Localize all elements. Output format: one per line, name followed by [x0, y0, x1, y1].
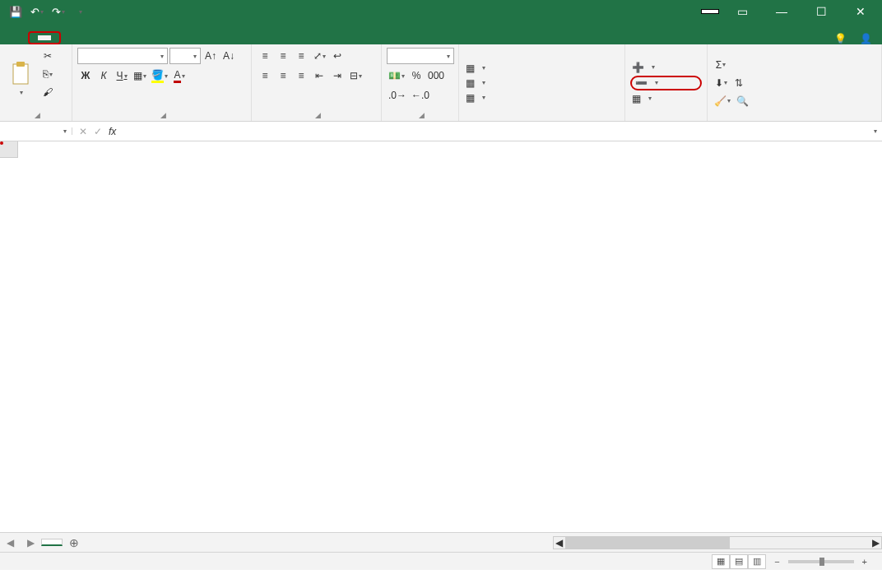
cond-format-icon: ▦: [466, 63, 475, 74]
name-box[interactable]: ▾: [0, 127, 72, 135]
minimize-button[interactable]: ―: [765, 0, 798, 23]
copy-button[interactable]: ⎘▾: [39, 66, 56, 82]
tab-home[interactable]: [38, 35, 51, 40]
decrease-font-button[interactable]: A↓: [220, 48, 237, 64]
scroll-thumb[interactable]: [565, 537, 730, 549]
find-button[interactable]: 🔍: [734, 93, 750, 109]
login-button[interactable]: [701, 9, 719, 14]
view-page-layout-button[interactable]: ▤: [730, 554, 748, 569]
tab-view[interactable]: [160, 36, 179, 44]
group-alignment: ≡ ≡ ≡ ⤢▾ ↩ ≡ ≡ ≡ ⇤ ⇥ ⊟▾ ◢: [252, 44, 382, 121]
bold-button[interactable]: Ж: [77, 67, 94, 84]
format-as-table-button[interactable]: ▦▾: [464, 76, 620, 90]
group-number: ▾ 💵▾ % 000 .0→ ←.0 ◢: [382, 44, 459, 121]
clipboard-icon: [10, 61, 31, 86]
grid[interactable]: [0, 141, 882, 532]
tell-me[interactable]: 💡: [834, 33, 847, 44]
merge-button[interactable]: ⊟▾: [347, 67, 364, 84]
font-size-combo[interactable]: ▾: [169, 48, 201, 64]
tab-insert[interactable]: [61, 36, 81, 44]
scroll-right-icon[interactable]: ▶: [872, 537, 880, 549]
sheet-nav-next[interactable]: ▶: [21, 537, 41, 549]
view-page-break-button[interactable]: ▥: [748, 554, 766, 569]
maximize-button[interactable]: ☐: [805, 0, 838, 23]
redo-button[interactable]: ↷▾: [49, 2, 67, 21]
format-painter-button[interactable]: 🖌: [39, 84, 56, 100]
number-format-combo[interactable]: ▾: [387, 48, 454, 64]
align-top-button[interactable]: ≡: [257, 48, 273, 64]
italic-button[interactable]: К: [95, 67, 112, 84]
percent-button[interactable]: %: [408, 67, 425, 84]
cell-styles-icon: ▦: [466, 92, 475, 104]
paste-button[interactable]: ▾: [5, 48, 36, 109]
wrap-text-button[interactable]: ↩: [329, 48, 346, 64]
font-color-button[interactable]: А▾: [171, 67, 188, 84]
zoom-thumb[interactable]: [819, 558, 824, 566]
svg-rect-1: [16, 62, 25, 67]
align-center-button[interactable]: ≡: [275, 67, 291, 84]
tab-page-layout[interactable]: [81, 36, 100, 44]
close-button[interactable]: ✕: [844, 0, 877, 23]
increase-font-button[interactable]: A↑: [202, 48, 219, 64]
share-button[interactable]: 👤: [860, 33, 872, 44]
horizontal-scrollbar[interactable]: ◀ ▶: [553, 536, 882, 549]
tab-review[interactable]: [140, 36, 160, 44]
autosum-button[interactable]: Σ▾: [713, 57, 729, 73]
format-icon: ▦: [632, 93, 641, 104]
increase-decimal-button[interactable]: .0→: [387, 87, 408, 104]
add-sheet-button[interactable]: ⊕: [63, 536, 86, 549]
sort-filter-button[interactable]: ⇅: [731, 75, 747, 91]
cell-styles-button[interactable]: ▦▾: [464, 91, 620, 104]
scroll-left-icon[interactable]: ◀: [555, 537, 563, 549]
fill-color-button[interactable]: 🪣▾: [150, 67, 169, 84]
cut-button[interactable]: ✂: [39, 48, 56, 64]
decrease-indent-button[interactable]: ⇤: [311, 67, 327, 84]
align-left-button[interactable]: ≡: [257, 67, 273, 84]
align-right-button[interactable]: ≡: [293, 67, 309, 84]
comma-button[interactable]: 000: [426, 67, 446, 84]
tab-data[interactable]: [120, 36, 140, 44]
table-icon: ▦: [466, 77, 475, 89]
fx-icon[interactable]: fx: [109, 126, 116, 137]
clear-button[interactable]: 🧹▾: [713, 93, 732, 109]
align-bottom-button[interactable]: ≡: [293, 48, 309, 64]
sheet-tab[interactable]: [41, 539, 63, 546]
borders-button[interactable]: ▦▾: [132, 67, 148, 84]
tab-formulas[interactable]: [100, 36, 120, 44]
decrease-decimal-button[interactable]: ←.0: [410, 87, 431, 104]
increase-indent-button[interactable]: ⇥: [329, 67, 346, 84]
currency-button[interactable]: 💵▾: [387, 67, 406, 84]
enter-icon[interactable]: ✓: [94, 126, 102, 137]
status-bar: ▦ ▤ ▥ − +: [0, 552, 882, 570]
formula-expand-icon[interactable]: ▾: [873, 127, 882, 135]
ribbon-tabs: 💡 👤: [0, 23, 882, 44]
clipboard-launcher-icon[interactable]: ◢: [35, 111, 40, 119]
save-icon[interactable]: 💾: [7, 2, 25, 21]
tab-help[interactable]: [179, 36, 199, 44]
fill-button[interactable]: ⬇▾: [713, 75, 729, 91]
sheet-nav-prev[interactable]: ◀: [0, 537, 21, 549]
conditional-formatting-button[interactable]: ▦▾: [464, 62, 620, 75]
zoom-out-button[interactable]: −: [774, 557, 779, 567]
format-cells-button[interactable]: ▦▾: [630, 92, 702, 105]
select-all-corner[interactable]: [0, 141, 18, 158]
font-name-combo[interactable]: ▾: [77, 48, 168, 64]
underline-button[interactable]: Ч▾: [114, 67, 130, 84]
tab-file[interactable]: [8, 36, 28, 44]
ribbon-options-icon[interactable]: ▭: [726, 0, 759, 23]
insert-cells-button[interactable]: ➕▾: [630, 61, 702, 74]
zoom-in-button[interactable]: +: [862, 557, 867, 567]
orientation-button[interactable]: ⤢▾: [311, 48, 327, 64]
align-middle-button[interactable]: ≡: [275, 48, 291, 64]
qat-customize-icon[interactable]: ▾: [71, 2, 89, 21]
alignment-launcher-icon[interactable]: ◢: [315, 111, 321, 119]
zoom-slider[interactable]: [788, 560, 854, 563]
insert-icon: ➕: [632, 62, 644, 73]
view-normal-button[interactable]: ▦: [712, 554, 730, 569]
font-launcher-icon[interactable]: ◢: [160, 111, 166, 119]
cancel-icon[interactable]: ✕: [79, 126, 87, 137]
delete-cells-button[interactable]: ➖▾: [630, 76, 702, 90]
number-launcher-icon[interactable]: ◢: [419, 111, 425, 119]
undo-button[interactable]: ↶▾: [28, 2, 46, 21]
ribbon: ▾ ✂ ⎘▾ 🖌 ◢ ▾ ▾ A↑ A↓ Ж К Ч▾ ▦▾ 🪣▾: [0, 44, 882, 122]
